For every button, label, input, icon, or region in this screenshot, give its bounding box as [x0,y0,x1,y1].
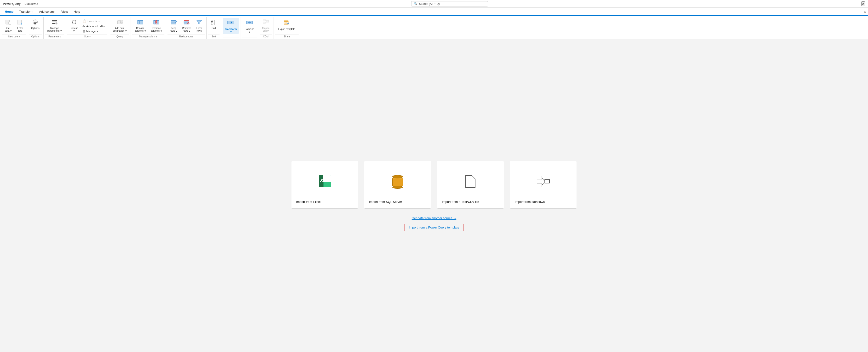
advanced-editor-button[interactable]: ✏ Advanced editor [81,24,107,29]
svg-rect-17 [52,22,57,22]
menu-bar: Home Transform Add column View Help ∧ [0,8,868,16]
add-data-destination-icon [117,19,123,26]
search-placeholder: Search (Alt + Q) [419,2,439,5]
keep-rows-button[interactable]: Keeprows ∨ [168,18,179,33]
remove-columns-icon [153,19,160,26]
sort-button[interactable]: A Z Sort [209,18,219,30]
choose-columns-button[interactable]: Choosecolumns ∨ [133,18,148,33]
title-bar-left: Power Query Dataflow 2 [3,2,38,5]
svg-rect-21 [117,21,121,24]
options-button[interactable]: Options [29,18,41,30]
file-icon [465,175,476,189]
combine-button[interactable]: Combine∨ [243,18,256,34]
options-icon [32,19,39,26]
svg-rect-30 [140,20,141,21]
svg-text:A: A [211,20,213,22]
properties-button[interactable]: 📋 Properties [81,19,107,24]
combine-label: Combine∨ [245,28,254,33]
manage-icon: ⊞ [83,29,85,33]
enter-data-button[interactable]: ≡ Enterdata [14,18,25,33]
svg-rect-3 [6,23,8,23]
svg-rect-16 [52,20,57,21]
map-to-entity-button[interactable]: Map toentity [260,18,272,33]
query-small-buttons: 📋 Properties ✏ Advanced editor ⊞ Manage … [81,18,107,34]
ribbon: ↓ Getdata ∨ ≡ Enterdata [0,16,868,39]
refresh-button[interactable]: Refresh∨ [68,18,80,33]
choose-columns-label: Choosecolumns ∨ [135,27,146,32]
remove-rows-button[interactable]: Removerows ∨ [180,18,193,33]
dataflows-icon-area [515,166,572,198]
svg-rect-18 [52,23,56,24]
svg-text:∨: ∨ [56,23,57,24]
map-to-entity-label: Map toentity [262,27,270,32]
svg-rect-37 [157,20,159,21]
remove-rows-label: Removerows ∨ [182,27,191,32]
title-bar: Power Query Dataflow 2 🔍 Search (Alt + Q… [0,0,868,8]
menu-view[interactable]: View [59,8,71,16]
ribbon-group-query-label: Query [67,34,107,38]
ribbon-group-manage-columns-label: Manage columns [132,34,164,38]
import-excel-card[interactable]: X Import from Excel [291,160,358,209]
textcsv-card-label: Import from a Text/CSV file [442,200,479,204]
transform-icon [227,19,235,27]
svg-line-77 [542,183,545,185]
map-to-entity-icon [262,19,269,26]
import-textcsv-card[interactable]: Import from a Text/CSV file [437,160,504,209]
keep-rows-icon [170,19,177,26]
remove-columns-button[interactable]: Removecolumns ∨ [149,18,164,33]
ribbon-group-sort-label: Sort [208,34,219,38]
close-button[interactable]: ✕ [861,1,865,6]
ribbon-group-destination-label: Query [111,34,129,38]
import-sql-card[interactable]: Import from SQL Server [364,160,431,209]
import-dataflows-card[interactable]: Import from dataflows [510,160,577,209]
transform-button[interactable]: Transform∨ [223,18,239,34]
ribbon-group-destination-content: Add datadestination ∨ [111,17,129,34]
ribbon-group-sort-content: A Z Sort [208,17,219,34]
manage-label: Manage ∨ [86,30,98,33]
svg-rect-47 [184,24,189,24]
svg-text:↓: ↓ [9,22,10,25]
menu-home[interactable]: Home [2,8,16,16]
svg-marker-50 [197,20,202,24]
menu-help[interactable]: Help [71,8,83,16]
ribbon-collapse-button[interactable]: ∧ [864,10,866,13]
ribbon-group-sort: A Z Sort Sort [207,17,221,39]
svg-rect-60 [263,22,265,24]
export-template-button[interactable]: CDM Export template [275,18,298,32]
svg-rect-43 [171,24,176,24]
svg-rect-71 [323,175,331,182]
svg-rect-40 [171,20,176,21]
excel-icon-area: X [296,166,353,198]
manage-button[interactable]: ⊞ Manage ∨ [81,29,107,34]
ribbon-group-reduce-rows-content: Keeprows ∨ Removerows ∨ [167,17,205,34]
add-data-destination-button[interactable]: Add datadestination ∨ [111,18,129,33]
get-data-button[interactable]: ↓ Getdata ∨ [3,18,14,33]
ribbon-group-parameters-label: Parameters [45,34,64,38]
svg-rect-41 [171,21,176,22]
ribbon-group-reduce-rows-label: Reduce rows [167,34,205,38]
get-data-label: Getdata ∨ [5,27,12,32]
ribbon-group-share-label: Share [275,34,298,38]
ribbon-group-options-label: Options [29,34,42,38]
svg-rect-54 [227,21,230,24]
get-data-icon: ↓ [5,19,12,26]
filter-rows-button[interactable]: Filterrows [194,18,205,33]
search-box[interactable]: 🔍 Search (Alt + Q) [411,1,488,6]
main-content: X Import from Excel Import from SQL Serv… [0,39,868,352]
sql-icon-area [369,166,426,198]
svg-rect-58 [248,22,251,23]
ribbon-group-share-content: CDM Export template [275,17,298,34]
import-template-link[interactable]: Import from a Power Query template [405,224,463,231]
get-data-another-source-link[interactable]: Get data from another source → [412,216,456,220]
ribbon-group-options-content: Options [29,17,42,34]
search-icon: 🔍 [414,2,417,5]
manage-parameters-button[interactable]: ∨ Manageparameters ∨ [45,18,64,33]
sql-icon [392,175,403,189]
ribbon-group-parameters-content: ∨ Manageparameters ∨ [45,17,64,34]
refresh-icon [71,19,78,26]
ribbon-group-query-content: Refresh∨ 📋 Properties ✏ Advanced editor … [67,17,107,34]
menu-add-column[interactable]: Add column [36,8,59,16]
choose-columns-icon [137,19,144,26]
menu-transform[interactable]: Transform [16,8,36,16]
svg-rect-61 [266,20,269,22]
